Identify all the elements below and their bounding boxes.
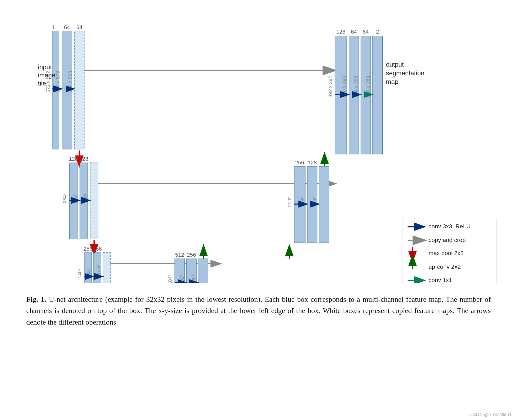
svg-text:388 x 388: 388 x 388: [353, 76, 359, 97]
svg-text:102²: 102²: [179, 275, 185, 283]
svg-text:output: output: [386, 61, 404, 68]
svg-text:256: 256: [83, 246, 92, 252]
svg-text:64: 64: [351, 29, 357, 35]
svg-text:tile: tile: [38, 80, 46, 87]
svg-text:128: 128: [79, 156, 88, 162]
svg-text:392 x 392: 392 x 392: [328, 76, 333, 97]
svg-rect-39: [103, 253, 110, 283]
svg-text:segmentation: segmentation: [386, 69, 425, 77]
svg-rect-27: [90, 163, 98, 239]
svg-text:568 x 568: 568 x 568: [67, 71, 73, 93]
svg-text:up-conv 2x2: up-conv 2x2: [429, 263, 461, 270]
svg-text:256: 256: [295, 159, 304, 165]
svg-text:196²: 196²: [312, 197, 317, 207]
svg-text:140²: 140²: [77, 269, 82, 279]
svg-rect-95: [319, 166, 329, 243]
svg-text:200²: 200²: [287, 197, 292, 207]
page: 1 572 x 572 64 570 x 570 64 568 x 568 in…: [0, 0, 517, 420]
svg-text:1: 1: [52, 24, 55, 30]
svg-text:512: 512: [175, 252, 184, 258]
svg-text:input: input: [38, 63, 52, 71]
svg-text:map: map: [386, 78, 398, 85]
svg-text:conv 3x3, ReLU: conv 3x3, ReLU: [429, 223, 471, 230]
svg-text:104²: 104²: [167, 275, 173, 283]
svg-text:copy and crop: copy and crop: [429, 237, 466, 243]
svg-text:388 x 388: 388 x 388: [365, 76, 371, 97]
svg-text:image: image: [38, 72, 55, 79]
svg-text:2: 2: [376, 29, 379, 35]
svg-text:max pool 2x2: max pool 2x2: [429, 250, 464, 256]
svg-text:284²: 284²: [62, 193, 67, 203]
watermark: CSDN @Trouville01: [469, 412, 512, 417]
svg-text:282²: 282²: [72, 193, 78, 203]
svg-text:64: 64: [64, 24, 70, 30]
svg-text:256: 256: [187, 252, 196, 258]
caption-label: Fig. 1.: [26, 295, 46, 303]
unet-diagram: 1 572 x 572 64 570 x 570 64 568 x 568 in…: [16, 8, 501, 283]
svg-text:128: 128: [308, 159, 316, 165]
svg-text:128: 128: [69, 156, 78, 162]
svg-text:198²: 198²: [300, 197, 305, 207]
svg-rect-84: [198, 259, 208, 283]
svg-text:256: 256: [93, 246, 102, 252]
svg-text:136²: 136²: [96, 265, 101, 275]
svg-text:128: 128: [336, 29, 345, 35]
svg-text:64: 64: [363, 29, 369, 35]
svg-text:64: 64: [76, 24, 82, 30]
svg-rect-109: [373, 36, 383, 154]
svg-text:100²: 100²: [191, 275, 196, 283]
svg-text:138²: 138²: [86, 269, 92, 279]
svg-text:280²: 280²: [82, 193, 88, 203]
diagram-area: 1 572 x 572 64 570 x 570 64 568 x 568 in…: [16, 8, 501, 283]
caption-area: Fig. 1. U-net architecture (example for …: [16, 288, 501, 333]
caption-text: U-net architecture (example for 32x32 pi…: [26, 295, 491, 326]
svg-text:conv 1x1: conv 1x1: [429, 277, 452, 283]
svg-rect-6: [75, 31, 85, 149]
